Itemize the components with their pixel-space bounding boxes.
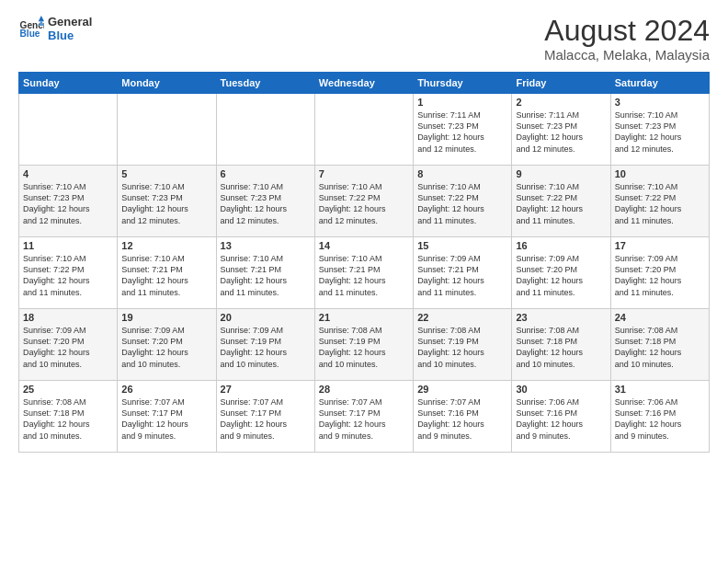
calendar-cell: 29Sunrise: 7:07 AM Sunset: 7:16 PM Dayli… — [414, 381, 512, 453]
calendar-cell: 26Sunrise: 7:07 AM Sunset: 7:17 PM Dayli… — [118, 381, 216, 453]
day-number: 16 — [516, 240, 606, 251]
calendar-cell: 22Sunrise: 7:08 AM Sunset: 7:19 PM Dayli… — [414, 309, 512, 381]
calendar-cell: 16Sunrise: 7:09 AM Sunset: 7:20 PM Dayli… — [512, 237, 610, 309]
day-info: Sunrise: 7:10 AM Sunset: 7:23 PM Dayligh… — [23, 181, 113, 226]
day-number: 21 — [319, 312, 409, 323]
day-info: Sunrise: 7:11 AM Sunset: 7:23 PM Dayligh… — [516, 109, 606, 155]
page-subtitle: Malacca, Melaka, Malaysia — [544, 47, 710, 63]
page-header: General Blue General Blue August 2024 Ma… — [18, 15, 710, 63]
calendar-cell: 31Sunrise: 7:06 AM Sunset: 7:16 PM Dayli… — [610, 381, 709, 453]
day-number: 22 — [417, 312, 507, 323]
page-title: August 2024 — [544, 15, 710, 47]
calendar-week-row: 18Sunrise: 7:09 AM Sunset: 7:20 PM Dayli… — [19, 309, 710, 381]
day-number: 13 — [221, 240, 311, 251]
day-info: Sunrise: 7:08 AM Sunset: 7:18 PM Dayligh… — [23, 396, 113, 442]
day-info: Sunrise: 7:08 AM Sunset: 7:19 PM Dayligh… — [417, 325, 507, 370]
day-info: Sunrise: 7:10 AM Sunset: 7:23 PM Dayligh… — [221, 181, 311, 226]
day-number: 24 — [615, 312, 705, 323]
day-info: Sunrise: 7:11 AM Sunset: 7:23 PM Dayligh… — [417, 109, 507, 155]
day-number: 26 — [121, 384, 211, 395]
day-info: Sunrise: 7:10 AM Sunset: 7:21 PM Dayligh… — [319, 253, 409, 298]
weekday-header: Wednesday — [314, 73, 413, 94]
calendar-cell: 4Sunrise: 7:10 AM Sunset: 7:23 PM Daylig… — [19, 166, 118, 237]
calendar-cell: 23Sunrise: 7:08 AM Sunset: 7:18 PM Dayli… — [512, 309, 610, 381]
calendar-week-row: 25Sunrise: 7:08 AM Sunset: 7:18 PM Dayli… — [19, 381, 710, 453]
calendar-table: SundayMondayTuesdayWednesdayThursdayFrid… — [18, 72, 710, 453]
day-number: 8 — [417, 168, 507, 179]
calendar-cell: 7Sunrise: 7:10 AM Sunset: 7:22 PM Daylig… — [314, 166, 413, 237]
day-number: 27 — [221, 384, 311, 395]
day-info: Sunrise: 7:09 AM Sunset: 7:20 PM Dayligh… — [516, 253, 606, 298]
day-number: 11 — [23, 240, 113, 251]
title-block: August 2024 Malacca, Melaka, Malaysia — [544, 15, 710, 63]
day-info: Sunrise: 7:07 AM Sunset: 7:17 PM Dayligh… — [319, 396, 409, 442]
day-number: 3 — [615, 97, 705, 108]
calendar-week-row: 1Sunrise: 7:11 AM Sunset: 7:23 PM Daylig… — [19, 94, 710, 166]
day-number: 12 — [121, 240, 211, 251]
calendar-cell: 21Sunrise: 7:08 AM Sunset: 7:19 PM Dayli… — [314, 309, 413, 381]
calendar-cell: 11Sunrise: 7:10 AM Sunset: 7:22 PM Dayli… — [19, 237, 118, 309]
day-info: Sunrise: 7:08 AM Sunset: 7:18 PM Dayligh… — [615, 325, 705, 370]
calendar-cell: 19Sunrise: 7:09 AM Sunset: 7:20 PM Dayli… — [118, 309, 216, 381]
day-number: 17 — [615, 240, 705, 251]
day-info: Sunrise: 7:10 AM Sunset: 7:22 PM Dayligh… — [417, 181, 507, 226]
calendar-cell: 14Sunrise: 7:10 AM Sunset: 7:21 PM Dayli… — [314, 237, 413, 309]
day-number: 19 — [121, 312, 211, 323]
calendar-cell — [118, 94, 216, 166]
weekday-header: Tuesday — [216, 73, 314, 94]
day-number: 28 — [319, 384, 409, 395]
weekday-header: Sunday — [19, 73, 118, 94]
day-info: Sunrise: 7:08 AM Sunset: 7:19 PM Dayligh… — [319, 325, 409, 370]
day-info: Sunrise: 7:10 AM Sunset: 7:22 PM Dayligh… — [23, 253, 113, 298]
day-number: 2 — [516, 97, 606, 108]
day-info: Sunrise: 7:10 AM Sunset: 7:22 PM Dayligh… — [319, 181, 409, 226]
calendar-cell: 25Sunrise: 7:08 AM Sunset: 7:18 PM Dayli… — [19, 381, 118, 453]
calendar-cell: 1Sunrise: 7:11 AM Sunset: 7:23 PM Daylig… — [414, 94, 512, 166]
day-info: Sunrise: 7:10 AM Sunset: 7:23 PM Dayligh… — [615, 109, 705, 155]
svg-text:Blue: Blue — [20, 29, 40, 39]
day-info: Sunrise: 7:07 AM Sunset: 7:17 PM Dayligh… — [221, 396, 311, 442]
day-info: Sunrise: 7:08 AM Sunset: 7:18 PM Dayligh… — [516, 325, 606, 370]
calendar-cell: 15Sunrise: 7:09 AM Sunset: 7:21 PM Dayli… — [414, 237, 512, 309]
day-number: 18 — [23, 312, 113, 323]
calendar-cell — [19, 94, 118, 166]
calendar-cell — [314, 94, 413, 166]
calendar-cell: 13Sunrise: 7:10 AM Sunset: 7:21 PM Dayli… — [216, 237, 314, 309]
calendar-header-row: SundayMondayTuesdayWednesdayThursdayFrid… — [19, 73, 710, 94]
day-number: 5 — [121, 168, 211, 179]
calendar-cell: 6Sunrise: 7:10 AM Sunset: 7:23 PM Daylig… — [216, 166, 314, 237]
logo-icon: General Blue — [18, 16, 44, 41]
day-number: 1 — [417, 97, 507, 108]
day-number: 6 — [221, 168, 311, 179]
calendar-week-row: 11Sunrise: 7:10 AM Sunset: 7:22 PM Dayli… — [19, 237, 710, 309]
calendar-cell: 2Sunrise: 7:11 AM Sunset: 7:23 PM Daylig… — [512, 94, 610, 166]
weekday-header: Monday — [118, 73, 216, 94]
logo: General Blue General Blue — [18, 15, 92, 42]
calendar-cell: 20Sunrise: 7:09 AM Sunset: 7:19 PM Dayli… — [216, 309, 314, 381]
day-number: 29 — [417, 384, 507, 395]
weekday-header: Thursday — [414, 73, 512, 94]
calendar-cell: 27Sunrise: 7:07 AM Sunset: 7:17 PM Dayli… — [216, 381, 314, 453]
calendar-cell: 24Sunrise: 7:08 AM Sunset: 7:18 PM Dayli… — [610, 309, 709, 381]
day-info: Sunrise: 7:09 AM Sunset: 7:21 PM Dayligh… — [417, 253, 507, 298]
day-number: 20 — [221, 312, 311, 323]
calendar-cell: 18Sunrise: 7:09 AM Sunset: 7:20 PM Dayli… — [19, 309, 118, 381]
calendar-cell: 8Sunrise: 7:10 AM Sunset: 7:22 PM Daylig… — [414, 166, 512, 237]
day-info: Sunrise: 7:09 AM Sunset: 7:20 PM Dayligh… — [23, 325, 113, 370]
day-number: 23 — [516, 312, 606, 323]
day-number: 14 — [319, 240, 409, 251]
day-number: 30 — [516, 384, 606, 395]
calendar-cell: 10Sunrise: 7:10 AM Sunset: 7:22 PM Dayli… — [610, 166, 709, 237]
calendar-cell: 3Sunrise: 7:10 AM Sunset: 7:23 PM Daylig… — [610, 94, 709, 166]
day-info: Sunrise: 7:06 AM Sunset: 7:16 PM Dayligh… — [615, 396, 705, 442]
day-info: Sunrise: 7:10 AM Sunset: 7:22 PM Dayligh… — [615, 181, 705, 226]
day-info: Sunrise: 7:09 AM Sunset: 7:19 PM Dayligh… — [221, 325, 311, 370]
day-info: Sunrise: 7:07 AM Sunset: 7:17 PM Dayligh… — [121, 396, 211, 442]
day-number: 10 — [615, 168, 705, 179]
day-info: Sunrise: 7:10 AM Sunset: 7:21 PM Dayligh… — [121, 253, 211, 298]
calendar-cell: 9Sunrise: 7:10 AM Sunset: 7:22 PM Daylig… — [512, 166, 610, 237]
day-number: 7 — [319, 168, 409, 179]
calendar-cell: 12Sunrise: 7:10 AM Sunset: 7:21 PM Dayli… — [118, 237, 216, 309]
calendar-cell — [216, 94, 314, 166]
day-info: Sunrise: 7:10 AM Sunset: 7:22 PM Dayligh… — [516, 181, 606, 226]
